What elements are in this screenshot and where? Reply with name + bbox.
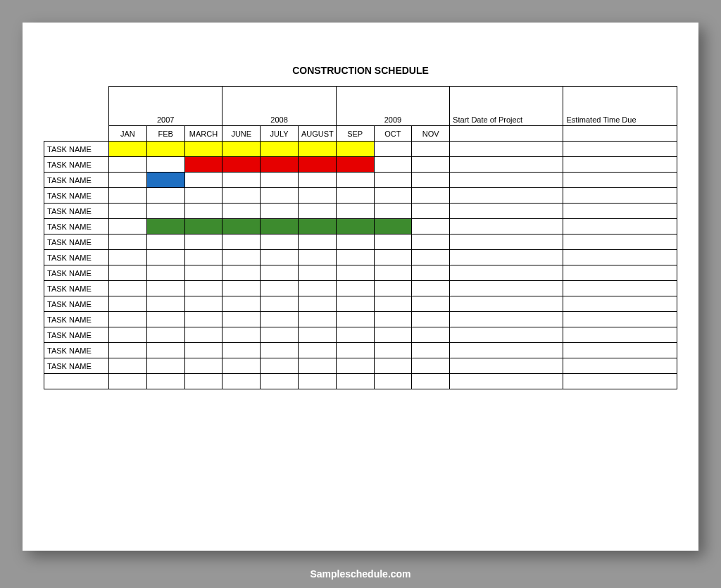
task-label: TASK NAME xyxy=(44,204,109,219)
task-label: TASK NAME xyxy=(44,312,109,327)
gantt-cell xyxy=(412,142,450,157)
start-date-cell xyxy=(450,296,563,312)
gantt-cell xyxy=(298,188,336,204)
gantt-cell xyxy=(222,374,261,389)
table-row: TASK NAME xyxy=(44,281,677,296)
gantt-cell xyxy=(336,374,374,389)
gantt-cell xyxy=(222,219,261,234)
table-row: TASK NAME xyxy=(44,265,677,281)
gantt-cell xyxy=(412,157,450,173)
schedule-table: 2007 2008 2009 Start Date of Project Est… xyxy=(44,86,677,389)
gantt-cell xyxy=(261,250,299,265)
gantt-cell xyxy=(374,204,412,219)
start-date-cell xyxy=(450,327,563,343)
gantt-cell xyxy=(412,250,450,265)
year-2007: 2007 xyxy=(109,87,222,126)
table-row: TASK NAME xyxy=(44,327,677,343)
month-august: AUGUST xyxy=(298,126,336,142)
page-title: CONSTRUCTION SCHEDULE xyxy=(44,65,677,76)
due-date-cell xyxy=(563,142,677,157)
gantt-cell xyxy=(374,142,412,157)
due-date-cell xyxy=(563,173,677,188)
gantt-cell xyxy=(222,142,261,157)
year-header-row: 2007 2008 2009 Start Date of Project Est… xyxy=(44,87,677,126)
start-date-cell xyxy=(450,204,563,219)
task-label: TASK NAME xyxy=(44,358,109,374)
gantt-cell xyxy=(412,281,450,296)
gantt-cell xyxy=(336,281,374,296)
gantt-cell xyxy=(261,296,299,312)
table-row: TASK NAME xyxy=(44,219,677,234)
year-2008: 2008 xyxy=(222,87,336,126)
gantt-cell xyxy=(222,173,261,188)
gantt-cell xyxy=(412,312,450,327)
gantt-cell xyxy=(184,173,222,188)
gantt-cell xyxy=(412,296,450,312)
gantt-cell xyxy=(109,281,147,296)
due-date-subheader xyxy=(563,126,677,142)
gantt-cell xyxy=(146,312,184,327)
gantt-cell xyxy=(184,250,222,265)
gantt-cell xyxy=(374,281,412,296)
gantt-cell xyxy=(261,374,299,389)
month-feb: FEB xyxy=(146,126,184,142)
gantt-cell xyxy=(184,188,222,204)
gantt-cell xyxy=(184,312,222,327)
due-date-cell xyxy=(563,327,677,343)
gantt-cell xyxy=(261,312,299,327)
gantt-cell xyxy=(412,173,450,188)
gantt-cell xyxy=(261,173,299,188)
gantt-cell xyxy=(222,358,261,374)
gantt-cell xyxy=(146,327,184,343)
gantt-cell xyxy=(336,142,374,157)
gantt-cell xyxy=(146,250,184,265)
gantt-cell xyxy=(298,374,336,389)
gantt-cell xyxy=(374,188,412,204)
gantt-cell xyxy=(336,173,374,188)
gantt-cell xyxy=(261,219,299,234)
table-row: TASK NAME xyxy=(44,358,677,374)
gantt-cell xyxy=(184,374,222,389)
gantt-cell xyxy=(184,219,222,234)
gantt-cell xyxy=(109,374,147,389)
gantt-cell xyxy=(374,234,412,250)
task-label: TASK NAME xyxy=(44,157,109,173)
gantt-cell xyxy=(298,219,336,234)
start-date-cell xyxy=(450,250,563,265)
gantt-cell xyxy=(222,234,261,250)
gantt-cell xyxy=(336,265,374,281)
gantt-cell xyxy=(298,281,336,296)
gantt-cell xyxy=(109,188,147,204)
gantt-cell xyxy=(222,204,261,219)
gantt-cell xyxy=(222,265,261,281)
gantt-cell xyxy=(298,358,336,374)
start-date-cell xyxy=(450,173,563,188)
gantt-cell xyxy=(412,265,450,281)
gantt-cell xyxy=(298,312,336,327)
gantt-cell xyxy=(184,327,222,343)
start-date-cell xyxy=(450,142,563,157)
task-label: TASK NAME xyxy=(44,142,109,157)
start-date-cell xyxy=(450,265,563,281)
gantt-cell xyxy=(146,358,184,374)
start-date-cell xyxy=(450,312,563,327)
gantt-cell xyxy=(374,219,412,234)
gantt-cell xyxy=(146,281,184,296)
month-oct: OCT xyxy=(374,126,412,142)
gantt-cell xyxy=(374,327,412,343)
gantt-cell xyxy=(412,358,450,374)
table-row: TASK NAME xyxy=(44,312,677,327)
gantt-cell xyxy=(146,265,184,281)
gantt-cell xyxy=(146,374,184,389)
gantt-cell xyxy=(109,157,147,173)
gantt-cell xyxy=(222,188,261,204)
table-row: TASK NAME xyxy=(44,204,677,219)
month-sep: SEP xyxy=(336,126,374,142)
table-row: TASK NAME xyxy=(44,296,677,312)
gantt-cell xyxy=(109,204,147,219)
gantt-cell xyxy=(184,281,222,296)
task-label: TASK NAME xyxy=(44,173,109,188)
gantt-cell xyxy=(261,157,299,173)
gantt-cell xyxy=(298,327,336,343)
gantt-cell xyxy=(374,374,412,389)
